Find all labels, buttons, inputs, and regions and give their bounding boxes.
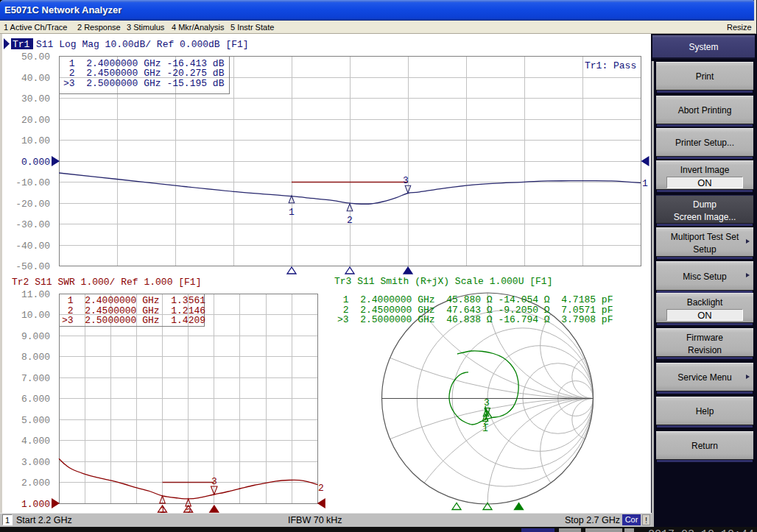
svg-text:3: 3 <box>484 397 490 408</box>
svg-text:>3 2.5000000 GHz 1.4209: >3 2.5000000 GHz 1.4209 <box>62 315 205 326</box>
svg-text:40.00: 40.00 <box>21 73 50 84</box>
svg-text:0.000: 0.000 <box>21 157 50 168</box>
svg-text:1: 1 <box>482 423 488 434</box>
svg-text:10.00: 10.00 <box>21 135 50 146</box>
svg-text:-30.00: -30.00 <box>15 219 50 230</box>
svg-text:50.00: 50.00 <box>21 52 50 63</box>
svg-text:>3 2.5000000 GHz -15.195 dB: >3 2.5000000 GHz -15.195 dB <box>63 78 225 89</box>
svg-text:11.00: 11.00 <box>21 289 50 300</box>
svg-text:3.000: 3.000 <box>21 457 50 468</box>
svg-text:1: 1 <box>289 207 295 218</box>
svg-text:9.000: 9.000 <box>21 331 50 342</box>
svg-text:3: 3 <box>211 476 217 487</box>
svg-text:-20.00: -20.00 <box>15 199 50 210</box>
svg-text:10.00: 10.00 <box>21 310 50 321</box>
svg-text:2: 2 <box>318 483 324 494</box>
svg-text:Tr3 S11 Smith (R+jX) Scale 1.0: Tr3 S11 Smith (R+jX) Scale 1.000U [F1] <box>334 276 552 287</box>
svg-text:1: 1 <box>642 178 648 189</box>
svg-text:6.000: 6.000 <box>21 394 50 405</box>
svg-text:Tr1: Tr1 <box>13 39 30 50</box>
svg-text:-50.00: -50.00 <box>15 261 50 272</box>
svg-text:30.00: 30.00 <box>21 93 50 104</box>
svg-text:2: 2 <box>347 215 353 226</box>
svg-text:3: 3 <box>403 175 409 186</box>
svg-text:-10.00: -10.00 <box>15 177 50 188</box>
svg-text:1.000: 1.000 <box>21 499 50 510</box>
svg-text:S11 Log Mag 10.00dB/ Ref 0.000: S11 Log Mag 10.00dB/ Ref 0.000dB [F1] <box>36 39 249 50</box>
svg-text:>3 2.5000000 GHz 46.838 Ω -1: >3 2.5000000 GHz 46.838 Ω -16.794 Ω 3.79… <box>337 314 613 325</box>
svg-text:8.000: 8.000 <box>21 352 50 363</box>
svg-text:7.000: 7.000 <box>21 373 50 384</box>
svg-text:-40.00: -40.00 <box>15 241 50 252</box>
svg-text:Tr1: Pass: Tr1: Pass <box>585 60 636 71</box>
svg-text:20.00: 20.00 <box>21 115 50 126</box>
svg-text:Tr2 S11 SWR 1.000/ Ref 1.000 [: Tr2 S11 SWR 1.000/ Ref 1.000 [F1] <box>12 277 201 288</box>
svg-text:2.000: 2.000 <box>21 478 50 489</box>
svg-text:5.000: 5.000 <box>21 415 50 426</box>
svg-text:4.000: 4.000 <box>21 436 50 447</box>
